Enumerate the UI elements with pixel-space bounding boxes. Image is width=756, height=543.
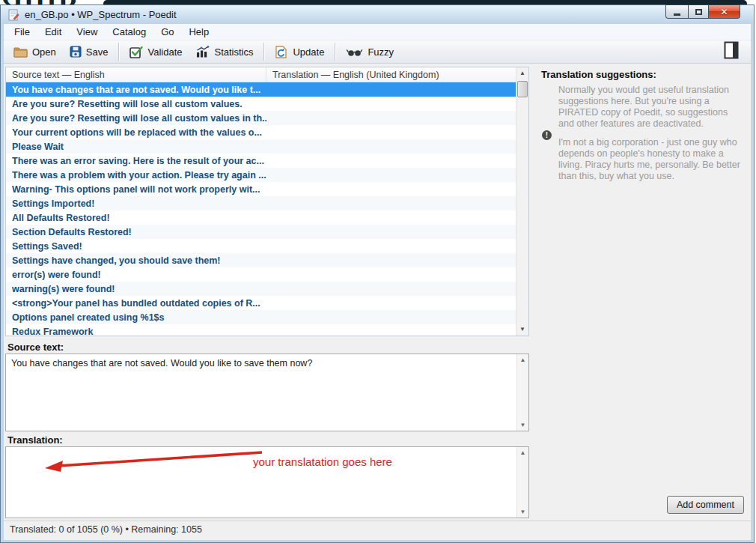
main-area: Source text — English Translation — Engl… xyxy=(4,64,751,521)
status-text: Translated: 0 of 1055 (0 %) • Remaining:… xyxy=(10,524,202,535)
list-item[interactable]: Section Defaults Restored! xyxy=(6,225,516,239)
source-cell: warning(s) were found! xyxy=(6,284,266,294)
list-item[interactable]: You have changes that are not saved. Wou… xyxy=(6,82,516,97)
source-cell: There was an error saving. Here is the r… xyxy=(6,156,266,166)
source-cell: Are you sure? Resetting will lose all cu… xyxy=(6,99,266,109)
scroll-up-icon[interactable]: ▲ xyxy=(517,449,528,456)
source-scrollbar[interactable]: ▲ ▼ xyxy=(516,354,528,431)
list-item[interactable]: Settings have changed, you should save t… xyxy=(6,253,516,267)
open-button[interactable]: Open xyxy=(7,43,63,60)
maximize-button[interactable] xyxy=(688,4,709,19)
close-icon: ✕ xyxy=(720,7,728,16)
menu-edit[interactable]: Edit xyxy=(37,25,69,39)
menu-file[interactable]: File xyxy=(7,25,37,39)
poedit-window: en_GB.po • WP_Spectrum - Poedit ✕ FileEd… xyxy=(0,4,755,543)
list-item[interactable]: Settings Saved! xyxy=(6,239,516,253)
fuzzy-button[interactable]: Fuzzy xyxy=(339,44,400,60)
translation-scrollbar[interactable]: ▲ ▼ xyxy=(516,447,528,518)
statistics-icon xyxy=(195,46,210,58)
list-item[interactable]: error(s) were found! xyxy=(6,267,516,282)
source-cell: Settings Imported! xyxy=(6,198,266,209)
source-cell: Settings have changed, you should save t… xyxy=(6,255,266,266)
list-item[interactable]: Redux Framework xyxy=(6,324,516,336)
scrollbar-thumb[interactable] xyxy=(517,81,528,97)
suggestions-paragraph-1: Normally you would get useful translatio… xyxy=(558,85,743,130)
toolbar-separator xyxy=(335,43,335,61)
suggestions-title: Translation suggestions: xyxy=(541,69,656,80)
fuzzy-icon xyxy=(346,46,363,58)
sidebar-toggle-button[interactable] xyxy=(724,41,751,62)
save-icon xyxy=(70,46,82,58)
list-body: You have changes that are not saved. Wou… xyxy=(6,82,516,336)
add-comment-button[interactable]: Add comment xyxy=(667,496,744,514)
menu-view[interactable]: View xyxy=(69,25,105,39)
source-cell: Redux Framework xyxy=(6,327,266,336)
suggestions-paragraph-2: I'm not a big corporation - just one guy… xyxy=(558,137,743,182)
poedit-doc-icon xyxy=(7,9,19,21)
menu-catalog[interactable]: Catalog xyxy=(105,25,153,39)
toolbar-button-label: Update xyxy=(293,46,324,58)
toolbar-buttons: OpenSaveValidateStatisticsUpdateFuzzy xyxy=(7,43,400,61)
validate-icon xyxy=(129,46,143,58)
list-item[interactable]: warning(s) were found! xyxy=(6,282,516,296)
statistics-button[interactable]: Statistics xyxy=(189,43,260,60)
toolbar-button-label: Fuzzy xyxy=(368,46,394,58)
source-text-content: You have changes that are not saved. Wou… xyxy=(6,354,528,368)
folder-icon xyxy=(13,46,28,58)
menu-go[interactable]: Go xyxy=(153,25,181,39)
window-body: FileEditViewCatalogGoHelp OpenSaveValida… xyxy=(4,24,751,540)
update-button[interactable]: Update xyxy=(268,43,331,61)
toolbar-separator xyxy=(118,43,119,61)
source-cell: error(s) were found! xyxy=(6,270,266,280)
list-item[interactable]: Options panel created using %1$s xyxy=(6,310,516,324)
annotation-text: your translatation goes here xyxy=(253,455,392,468)
list-item[interactable]: There was an error saving. Here is the r… xyxy=(6,154,516,168)
source-cell: All Defaults Restored! xyxy=(6,213,266,223)
window-title: en_GB.po • WP_Spectrum - Poedit xyxy=(25,9,177,20)
list-item[interactable]: Your current options will be replaced wi… xyxy=(6,125,516,139)
update-icon xyxy=(275,46,288,58)
source-cell: Please Wait xyxy=(6,142,266,152)
list-scrollbar[interactable]: ▲ ▼ xyxy=(516,67,528,336)
scroll-up-icon[interactable]: ▲ xyxy=(516,67,528,79)
maximize-icon xyxy=(695,9,702,15)
sidebar-toggle-icon xyxy=(724,49,739,61)
column-header-source[interactable]: Source text — English xyxy=(6,67,266,82)
scroll-down-icon[interactable]: ▼ xyxy=(517,509,528,515)
list-item[interactable]: Warning- This options panel will not wor… xyxy=(6,182,516,196)
translation-input[interactable]: your translatation goes here ▲ ▼ xyxy=(5,446,529,518)
exclamation-circle-icon: ! xyxy=(542,130,552,140)
suggestions-sidebar: Translation suggestions: Normally you wo… xyxy=(529,64,751,521)
source-cell: Options panel created using %1$s xyxy=(6,312,266,323)
minimize-button[interactable] xyxy=(665,4,688,19)
list-item[interactable]: There was a problem with your action. Pl… xyxy=(6,168,516,182)
source-cell: You have changes that are not saved. Wou… xyxy=(6,85,266,95)
validate-button[interactable]: Validate xyxy=(123,43,189,61)
list-item[interactable]: Are you sure? Resetting will lose all cu… xyxy=(6,111,516,125)
source-cell: Are you sure? Resetting will lose all cu… xyxy=(6,113,266,124)
list-item[interactable]: <strong>Your panel has bundled outdated … xyxy=(6,296,516,310)
status-bar: Translated: 0 of 1055 (0 %) • Remaining:… xyxy=(4,521,751,538)
title-bar[interactable]: en_GB.po • WP_Spectrum - Poedit ✕ xyxy=(1,5,754,24)
translation-label: Translation: xyxy=(7,434,63,446)
source-cell: <strong>Your panel has bundled outdated … xyxy=(6,298,266,309)
scroll-down-icon[interactable]: ▼ xyxy=(516,324,528,336)
source-cell: Warning- This options panel will not wor… xyxy=(6,184,266,195)
toolbar-button-label: Open xyxy=(32,46,56,58)
list-item[interactable]: Are you sure? Resetting will lose all cu… xyxy=(6,97,516,111)
source-text-label: Source text: xyxy=(7,342,64,353)
list-item[interactable]: Settings Imported! xyxy=(6,196,516,210)
list-item[interactable]: Please Wait xyxy=(6,139,516,154)
column-header-translation[interactable]: Translation — English (United Kingdom) xyxy=(266,67,516,82)
save-button[interactable]: Save xyxy=(63,43,115,60)
list-item[interactable]: All Defaults Restored! xyxy=(6,210,516,225)
toolbar-button-label: Validate xyxy=(147,46,182,58)
menu-help[interactable]: Help xyxy=(181,25,216,39)
menu-bar: FileEditViewCatalogGoHelp xyxy=(4,24,751,40)
scroll-down-icon[interactable]: ▼ xyxy=(517,422,528,428)
toolbar: OpenSaveValidateStatisticsUpdateFuzzy xyxy=(4,40,751,64)
entries-list: Source text — English Translation — Engl… xyxy=(5,67,529,336)
source-cell: Your current options will be replaced wi… xyxy=(6,127,266,138)
scroll-up-icon[interactable]: ▲ xyxy=(517,357,528,363)
close-button[interactable]: ✕ xyxy=(709,4,740,19)
